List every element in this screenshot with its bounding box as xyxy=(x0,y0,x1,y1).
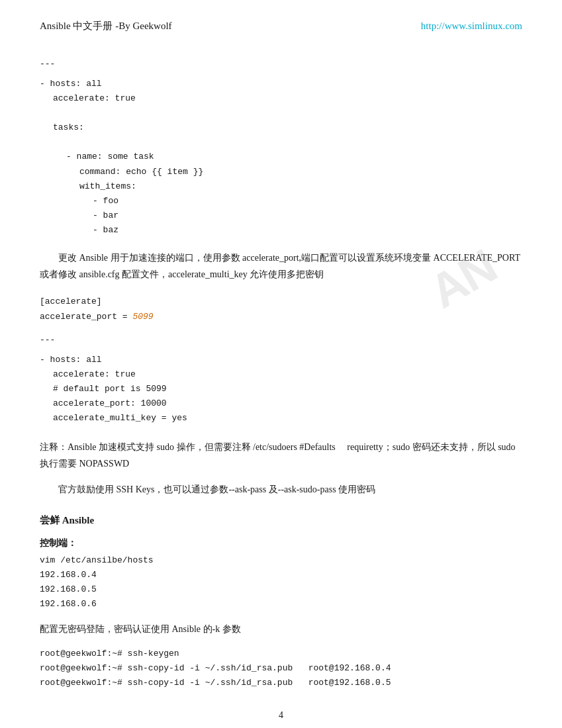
code-line-blank2 xyxy=(40,135,522,150)
code-line-with-items: with_items: xyxy=(40,179,522,194)
code-block-1: - hosts: all accelerate: true tasks: - n… xyxy=(40,77,522,238)
code-line-accel-port: accelerate_port: 10000 xyxy=(40,396,522,411)
ip-line-1: 192.168.0.4 xyxy=(40,568,522,582)
page-number: 4 xyxy=(40,710,522,721)
code-line-bar: - bar xyxy=(40,208,522,223)
header-link[interactable]: http://www.simlinux.com xyxy=(421,21,522,32)
config-port-value: 5099 xyxy=(132,312,153,322)
code-block-2: - hosts: all accelerate: true # default … xyxy=(40,353,522,426)
code-line-command: command: echo {{ item }} xyxy=(40,165,522,179)
config-section: [accelerate] accelerate_port = 5099 xyxy=(40,295,522,324)
page-header: Ansible 中文手册 -By Geekwolf http://www.sim… xyxy=(40,13,522,39)
code-line-hosts1: - hosts: all xyxy=(40,77,522,91)
code-line-accel-multi: accelerate_multi_key = yes xyxy=(40,411,522,426)
code-line-blank1 xyxy=(40,106,522,120)
code-line-accelerate2: accelerate: true xyxy=(40,367,522,382)
ssh-keygen-line: root@geekwolf:~# ssh-keygen xyxy=(40,647,522,661)
code-line-baz: - baz xyxy=(40,223,522,238)
control-heading: 控制端： xyxy=(40,537,522,549)
separator-2: --- xyxy=(40,335,522,345)
page-container: Ansible 中文手册 -By Geekwolf http://www.sim… xyxy=(0,0,562,728)
code-line-comment: # default port is 5099 xyxy=(40,382,522,396)
code-line-name: - name: some task xyxy=(40,150,522,164)
header-title: Ansible 中文手册 -By Geekwolf xyxy=(40,20,172,32)
code-line-accelerate1: accelerate: true xyxy=(40,91,522,106)
ip-line-3: 192.168.0.6 xyxy=(40,597,522,612)
code-line-foo: - foo xyxy=(40,194,522,208)
config-port-line: accelerate_port = 5099 xyxy=(40,310,522,324)
section-heading-ansible: 尝鲜 Ansible xyxy=(40,514,522,527)
code-line-hosts2: - hosts: all xyxy=(40,353,522,367)
note-2: 官方鼓励使用 SSH Keys，也可以通过参数--ask-pass 及--ask… xyxy=(40,481,522,498)
ssh-copy-1: root@geekwolf:~# ssh-copy-id -i ~/.ssh/i… xyxy=(40,661,522,676)
ssh-lines: root@geekwolf:~# ssh-keygen root@geekwol… xyxy=(40,647,522,690)
ip-line-2: 192.168.0.5 xyxy=(40,582,522,597)
config-bracket: [accelerate] xyxy=(40,295,522,309)
control-lines: vim /etc/ansilbe/hosts 192.168.0.4 192.1… xyxy=(40,553,522,612)
description-1: 更改 Ansible 用于加速连接的端口，使用参数 accelerate_por… xyxy=(40,250,522,283)
config-desc: 配置无密码登陆，密码认证使用 Ansible 的-k 参数 xyxy=(40,621,522,637)
ssh-copy-2: root@geekwolf:~# ssh-copy-id -i ~/.ssh/i… xyxy=(40,676,522,690)
vim-line: vim /etc/ansilbe/hosts xyxy=(40,553,522,568)
separator-1: --- xyxy=(40,59,522,69)
code-line-tasks: tasks: xyxy=(40,120,522,135)
note-1: 注释：Ansible 加速模式支持 sudo 操作，但需要注释 /etc/sud… xyxy=(40,439,522,472)
